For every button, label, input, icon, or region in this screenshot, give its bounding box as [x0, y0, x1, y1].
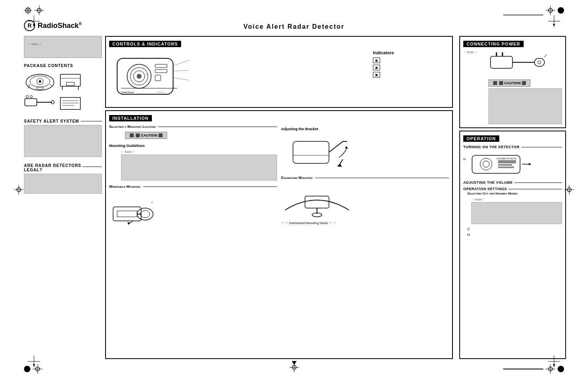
svg-line-59 [173, 78, 189, 80]
package-row-1 [24, 70, 102, 92]
svg-rect-90 [498, 167, 514, 168]
svg-point-86 [480, 158, 492, 170]
adjusting-bracket-section: Adjusting the Bracket [281, 125, 449, 173]
cp-caution-badge: ⬛ ⬛ CAUTION ⬛ [488, 79, 530, 87]
indicator-row-3: ▣ [373, 72, 449, 77]
cp-caution-icon-left: ⬛ [493, 81, 497, 85]
top-right-crosshair [546, 6, 555, 15]
cp-caution-text: ⬛ CAUTION ⬛ [499, 81, 526, 85]
svg-point-48 [146, 70, 147, 71]
c-label: C [467, 227, 562, 231]
center-main: CONTROLS & INDICATORS Indicators ▣ ▣ [105, 36, 453, 359]
left-mid-crosshair [14, 185, 24, 196]
svg-point-87 [483, 161, 489, 167]
indicator-row-1: ▣ [373, 58, 449, 63]
svg-line-58 [173, 70, 189, 71]
package-row-2 [24, 95, 102, 113]
windshield-section: Windshield Mounting [109, 185, 277, 227]
svg-rect-25 [60, 74, 80, 86]
indicators-panel: Indicators ▣ ▣ ▣ [373, 50, 449, 77]
cp-caution-content [488, 88, 562, 124]
dashboard-notes-icon-right: ☞ [333, 221, 336, 225]
dashboard-line [315, 178, 449, 178]
controls-title: CONTROLS & INDICATORS [109, 41, 181, 47]
svg-rect-68 [293, 141, 329, 163]
device-diagram: RadioShack • • • • • • [109, 50, 189, 104]
top-left-crosshair [34, 6, 44, 15]
indicator-box-1: ▣ [373, 58, 380, 63]
safety-alert-section: SAFETY ALERT SYSTEM [24, 119, 102, 157]
op-settings-row: OPERATION SETTINGS [463, 187, 562, 191]
bottom-center-arrow [289, 358, 299, 367]
svg-line-57 [173, 60, 189, 66]
dashboard-notes-row: ☞ ☞ Dashboard Mounting Notes ☞ ☞ [281, 221, 449, 225]
svg-point-63 [140, 210, 150, 218]
device-img-4 [58, 97, 82, 111]
top-right-decoration [503, 6, 564, 15]
svg-rect-52 [155, 69, 167, 73]
operation-title: OPERATION [463, 135, 499, 142]
svg-line-84 [544, 54, 546, 58]
installation-section: INSTALLATION Selecting a Mounting Locati… [105, 110, 453, 359]
radar-legal-heading: ARE RADAR DETECTORSLEGAL? [24, 163, 81, 172]
op-settings-area: OPERATION SETTINGS Selecting City and Hi… [463, 187, 562, 195]
svg-rect-24 [37, 87, 43, 89]
op-settings-line [508, 189, 562, 189]
main-layout: ☞ Note ☞ PACKAGE CONTENTS [24, 36, 566, 359]
turning-on-label: TURNING ON THE DETECTOR [463, 145, 520, 149]
svg-marker-92 [529, 163, 531, 165]
device-img-3 [24, 95, 56, 113]
indicator-box-2: ▣ [373, 65, 380, 70]
mounting-note-content [121, 155, 277, 181]
device-img-1 [24, 70, 56, 92]
bottom-right-arrow [548, 355, 560, 369]
svg-rect-39 [117, 58, 173, 94]
left-note-box: ☞ Note ☞ [24, 36, 102, 58]
op-note-content [471, 202, 562, 224]
op-note-label: ☞ Note ☞ [471, 198, 562, 201]
safety-content-box [24, 125, 102, 157]
svg-rect-78 [490, 56, 512, 68]
svg-point-83 [538, 61, 541, 64]
h-label-top: H [463, 157, 466, 161]
radar-legal-content-box [24, 174, 102, 194]
top-left-decoration [24, 6, 44, 15]
operation-section: OPERATION TURNING ON THE DETECTOR H [459, 131, 566, 359]
svg-point-50 [147, 74, 148, 75]
caution-label-install: ⬛ CAUTION ⬛ [136, 133, 163, 137]
controls-section: CONTROLS & INDICATORS Indicators ▣ ▣ [105, 36, 453, 108]
selecting-location-line [158, 127, 277, 127]
svg-rect-27 [66, 82, 74, 85]
top-left-starburst [24, 6, 32, 14]
selecting-location-row: Selecting a Mounting Location [109, 125, 277, 129]
bottom-left-arrow [28, 355, 40, 369]
op-settings-label: OPERATION SETTINGS [463, 187, 507, 191]
indicators-title: Indicators [373, 50, 449, 55]
connecting-power-section: CONNECTING POWER ☞ Note ☞ [459, 36, 566, 128]
safety-heading-row: SAFETY ALERT SYSTEM [24, 119, 102, 123]
bracket-adjust-svg [281, 133, 353, 173]
svg-marker-109 [553, 364, 555, 367]
radar-legal-section: ARE RADAR DETECTORSLEGAL? [24, 163, 102, 194]
bracket-illus-area [281, 133, 449, 173]
power-connector-svg [488, 50, 548, 76]
svg-point-33 [26, 95, 28, 98]
mounting-note-area: ☞ Note ☞ [121, 150, 277, 181]
svg-rect-75 [305, 196, 329, 208]
top-right-line [503, 10, 543, 11]
svg-point-47 [143, 68, 144, 69]
safety-line [81, 121, 102, 121]
svg-point-45 [135, 68, 136, 69]
svg-rect-88 [498, 160, 516, 163]
windshield-content: ↙ [109, 191, 277, 227]
svg-point-43 [137, 74, 142, 79]
right-mid-crosshair [564, 185, 574, 196]
svg-text:VOLUME OFF MUTE: VOLUME OFF MUTE [497, 157, 516, 160]
h-label-bottom: H [467, 233, 562, 237]
svg-point-49 [131, 74, 132, 75]
svg-text:• • • • • •: • • • • • • [157, 91, 164, 93]
svg-line-23 [50, 84, 52, 86]
indicator-box-3: ▣ [373, 72, 380, 77]
device-img-2 [58, 72, 82, 90]
svg-line-70 [329, 141, 343, 152]
